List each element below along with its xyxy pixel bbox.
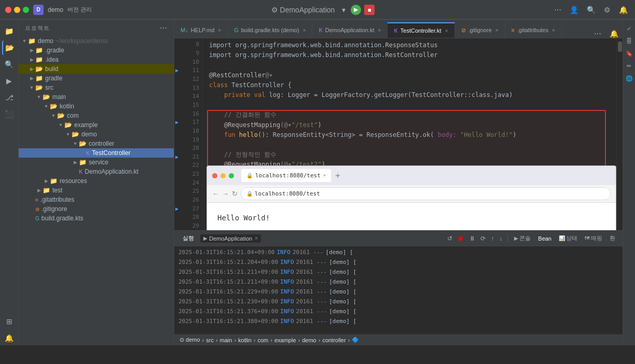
panel-console-btn[interactable]: ▶ 콘솔 [511,233,534,243]
tree-gradle-hidden[interactable]: ▶ 📁 .gradle [19,46,174,55]
tab-close[interactable]: × [495,27,499,33]
activity-project[interactable]: 📂 [2,40,17,55]
tab-close[interactable]: × [218,27,221,33]
minimize-btn[interactable] [14,7,20,13]
close-run-tab[interactable]: × [255,235,258,241]
activity-git[interactable]: ⎇ [2,90,17,105]
tree-idea[interactable]: ▶ 📁 .idea [19,55,174,64]
tree-resources[interactable]: ▶ 📁 resources [19,176,174,186]
person-icon[interactable]: 👤 [568,5,581,15]
tree-example[interactable]: ▼ 📂 example [19,120,174,130]
sidebar-menu-btn[interactable]: ⋯ [160,24,168,32]
breadcrumb-src[interactable]: src [206,337,214,343]
breadcrumb-demo[interactable]: ⊙ demo [180,337,200,343]
browser-tab-close[interactable]: × [323,171,326,180]
right-check-icon[interactable]: ✓ [625,24,634,33]
run-gutter-icon2[interactable]: ▶ [175,119,178,125]
run-button[interactable]: ▶ [351,5,361,15]
panel-env-btn[interactable]: 환 [606,233,618,243]
tree-controller[interactable]: ▼ 📂 controller [19,139,174,148]
search-button[interactable]: 🔍 [585,5,598,15]
tree-main[interactable]: ▼ 📂 main [19,92,174,102]
activity-notifications[interactable]: 🔔 [2,331,17,345]
panel-scroll-up-btn[interactable]: ↑ [489,234,496,243]
tree-service[interactable]: ▶ 📁 service [19,158,174,167]
right-globe-icon[interactable]: 🌐 [625,74,634,83]
tree-test[interactable]: ▶ 📁 test [19,186,174,195]
activity-run[interactable]: ▶ [2,74,17,88]
activity-files[interactable]: 📁 [2,24,17,38]
notifications-button[interactable]: 🔔 [617,5,630,15]
tree-testcontroller[interactable]: ▶ K TestController [19,148,174,158]
tree-demo-folder[interactable]: ▼ 📂 demo [19,130,174,139]
close-btn[interactable] [5,7,11,13]
more-options-button[interactable]: ⋯ [552,5,563,15]
panel-status-btn[interactable]: 📊 상태 [556,233,581,243]
dropdown-btn[interactable]: ▾ [340,5,348,15]
browser-back-btn[interactable]: ← [212,190,219,198]
panel-mapping-btn[interactable]: 🗺 매핑 [582,233,605,243]
panel-tab-run[interactable]: 실행 [178,232,198,244]
browser-url-bar[interactable]: 🔒 localhost:8080/test [241,187,611,200]
tab-close[interactable]: × [445,28,448,34]
tab-more-btn[interactable]: ⋯ [590,30,605,38]
breadcrumb-example[interactable]: example [274,337,296,343]
tab-buildgradle[interactable]: G build.gradle.kts (demo) × [228,22,312,38]
activity-search[interactable]: 🔍 [2,57,17,72]
browser-new-tab-btn[interactable]: + [335,171,340,180]
code-content[interactable]: import org.springframework.web.bind.anno… [203,38,616,230]
tab-helpmd[interactable]: M↓ HELP.md × [174,22,228,38]
panel-scroll-down-btn[interactable]: ↓ [497,234,504,243]
browser-tab[interactable]: 🔒 localhost:8080/test × [241,169,331,182]
tree-demoapplication-kt[interactable]: ▶ K DemoApplication.kt [19,167,174,176]
tree-com[interactable]: ▼ 📂 com [19,111,174,120]
run-config-button[interactable]: ⚙ DemoApplication [269,5,337,15]
tab-gitattributes[interactable]: ≡ .gitattributes × [505,22,562,38]
activity-bottom[interactable]: ⊞ [2,314,17,329]
tab-close[interactable]: × [552,27,555,33]
tree-root[interactable]: ▼ 📁 demo ~/workspace/demo [19,36,174,46]
tree-build[interactable]: ▶ 📂 build [19,64,174,74]
stop-button[interactable]: ■ [364,5,375,15]
tree-kotlin[interactable]: ▼ 📂 kotlin [19,102,174,111]
right-db-icon[interactable]: 🗄 [625,36,634,46]
breadcrumb-demo2[interactable]: demo [302,337,316,343]
scrollbar-thumb[interactable] [618,41,622,52]
breadcrumb-controller[interactable]: controller [322,337,346,343]
tab-close[interactable]: × [303,27,306,33]
panel-pause-btn[interactable]: ⏸ [467,234,477,243]
panel-rerun-btn[interactable]: ↺ [445,234,454,243]
browser-reload-btn[interactable]: ↻ [232,190,238,198]
tab-notification-btn[interactable]: 🔔 [605,30,623,38]
version-button[interactable]: 버전 관리 [67,6,92,13]
maximize-btn[interactable] [23,7,29,13]
activity-extensions[interactable]: ⬛ [2,107,17,121]
breadcrumb-kt-icon[interactable]: 🔷 [352,337,359,343]
breadcrumb-kotlin[interactable]: kotlin [238,337,252,343]
tab-gitignore[interactable]: ⊘ .gitignore × [455,22,505,38]
tab-demoapplication[interactable]: K DemoApplication.kt × [312,22,388,38]
browser-maximize-btn[interactable] [229,173,234,178]
right-pencil-icon[interactable]: ✏ [625,61,634,71]
settings-button[interactable]: ⚙ [602,5,613,15]
tree-gitattributes[interactable]: ▶ ≡ .gitattributes [19,195,174,204]
tab-close[interactable]: × [378,27,381,33]
browser-minimize-btn[interactable] [220,173,226,178]
panel-bean-btn[interactable]: Bean [535,234,555,243]
browser-close-btn[interactable] [212,173,217,178]
log-area[interactable]: 2025-01-31T16:15:21.04+09:00 INFO 20161 … [174,246,623,334]
code-editor[interactable]: 8 9 10 ▶11 12 13 14 15 16 ▶17 18 19 [174,38,623,230]
right-bookmark-icon[interactable]: 🔖 [625,49,634,58]
browser-forward-btn[interactable]: → [222,190,229,198]
tab-testcontroller[interactable]: K TestController.kt × [388,22,454,38]
panel-refresh-btn[interactable]: ⟳ [478,234,488,243]
run-gutter-icon4[interactable]: ▶ [175,206,178,212]
run-gutter-icon3[interactable]: ▶ [175,154,178,160]
tree-src[interactable]: ▼ 📂 src [19,83,174,92]
tree-buildgradle[interactable]: ▶ G build.gradle.kts [19,214,174,223]
tree-gitignore[interactable]: ▶ ⊘ .gitignore [19,204,174,214]
breadcrumb-main[interactable]: main [220,337,232,343]
breadcrumb-com[interactable]: com [257,337,268,343]
panel-stop-btn[interactable]: ⏹ [455,234,466,243]
run-gutter-icon[interactable]: ▶ [175,67,178,73]
